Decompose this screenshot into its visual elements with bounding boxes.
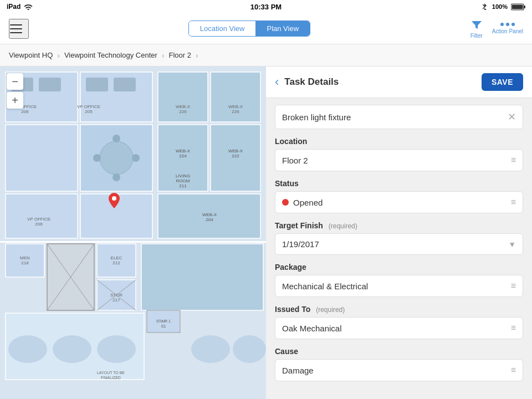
cause-label: Cause [275,347,523,356]
action-panel-button[interactable]: Action Panel [492,23,523,34]
svg-text:205: 205 [85,109,93,114]
target-finish-label: Target Finish (required) [275,221,523,230]
save-button[interactable]: SAVE [482,73,523,91]
action-panel-dots-icon [500,23,515,26]
svg-text:WEB-X: WEB-X [176,104,191,109]
package-section: Package Mechanical & Electrical ≡ [275,263,523,297]
cause-field[interactable]: Damage ≡ [275,359,523,381]
issued-to-section: Issued To (required) Oak Mechanical ≡ [275,305,523,339]
svg-text:VP OFFICE: VP OFFICE [77,104,100,109]
location-menu-icon: ≡ [511,155,516,165]
cause-value: Damage [282,366,511,375]
svg-rect-60 [141,244,263,310]
target-finish-chevron-icon: ▼ [508,240,516,249]
task-panel-header-left: ‹ Task Details [275,76,339,88]
main-content: VP OFFICE 206 VP OFFICE 205 ALEX WEB-X 2… [0,66,532,399]
package-label: Package [275,263,523,272]
svg-text:ROOM: ROOM [176,178,190,183]
view-toggle: Location View Plan View [188,21,310,37]
svg-rect-11 [114,78,136,91]
location-value: Floor 2 [282,156,511,165]
svg-text:FINALIZED: FINALIZED [101,376,121,380]
bluetooth-icon [480,3,489,10]
svg-rect-10 [86,78,108,91]
svg-point-27 [112,173,120,181]
svg-text:MEN: MEN [20,255,30,260]
issued-to-value: Oak Mechanical [282,324,511,333]
back-button[interactable]: ‹ [275,76,279,88]
target-finish-field[interactable]: 1/19/2017 ▼ [275,233,523,255]
svg-text:226: 226 [179,109,187,114]
svg-rect-1 [524,6,525,8]
breadcrumb-item-0[interactable]: Viewpoint HQ [9,51,53,59]
filter-label: Filter [470,33,483,39]
task-name-input[interactable] [282,112,508,122]
status-bar: iPad 10:33 PM 100% [0,0,532,13]
svg-text:218: 218 [21,260,29,265]
breadcrumb: Viewpoint HQ › Viewpoint Technology Cent… [0,44,532,66]
svg-rect-21 [6,125,78,191]
target-finish-required: (required) [329,222,357,230]
battery-icon [511,3,525,11]
task-panel-header: ‹ Task Details SAVE [266,66,532,98]
status-menu-icon: ≡ [511,197,516,207]
svg-text:STOR: STOR [110,293,122,298]
svg-point-25 [100,141,133,175]
zoom-minus-button[interactable]: − [7,73,23,90]
svg-text:206: 206 [35,222,43,227]
status-label: Status [275,179,523,188]
location-label: Location [275,137,523,146]
svg-text:ELEC: ELEC [111,255,122,260]
target-finish-value: 1/19/2017 [282,239,508,249]
menu-button[interactable] [9,19,29,39]
breadcrumb-chevron-0: › [57,51,60,60]
task-name-field: ✕ [275,105,523,129]
svg-rect-37 [6,194,78,238]
task-panel-body: ✕ Location Floor 2 ≡ Status Opened ≡ [266,98,532,388]
clear-task-name-button[interactable]: ✕ [508,111,516,123]
location-field[interactable]: Floor 2 ≡ [275,149,523,171]
floor-plan-svg: VP OFFICE 206 VP OFFICE 205 ALEX WEB-X 2… [0,66,266,399]
breadcrumb-item-2[interactable]: Floor 2 [169,51,191,59]
svg-text:LAYOUT TO BE: LAYOUT TO BE [97,371,125,375]
location-section: Location Floor 2 ≡ [275,137,523,171]
svg-text:212: 212 [112,260,120,265]
issued-to-field[interactable]: Oak Mechanical ≡ [275,317,523,339]
svg-text:WEB-X: WEB-X [228,104,243,109]
battery-label: 100% [492,3,508,10]
svg-text:222: 222 [232,154,239,158]
status-right: 100% [480,3,525,11]
status-section: Status Opened ≡ [275,179,523,213]
svg-text:S1: S1 [161,324,166,328]
svg-rect-9 [39,78,61,91]
package-field[interactable]: Mechanical & Electrical ≡ [275,275,523,297]
issued-to-required: (required) [316,306,345,314]
svg-text:204: 204 [206,217,213,222]
zoom-plus-button[interactable]: + [7,92,23,109]
svg-text:224: 224 [179,154,187,158]
issued-to-label: Issued To (required) [275,305,523,314]
svg-text:LIVING: LIVING [176,173,190,178]
svg-rect-45 [0,241,266,243]
svg-point-67 [97,335,136,363]
task-details-panel: ‹ Task Details SAVE ✕ Location Floor 2 ≡ [266,66,532,399]
package-value: Mechanical & Electrical [282,282,511,291]
package-menu-icon: ≡ [511,281,516,291]
breadcrumb-chevron-1: › [162,51,165,60]
status-field[interactable]: Opened ≡ [275,191,523,213]
svg-rect-2 [512,4,523,9]
svg-rect-6 [158,72,208,122]
filter-button[interactable]: Filter [470,18,483,39]
plan-view-button[interactable]: Plan View [255,21,310,36]
breadcrumb-item-1[interactable]: Viewpoint Technology Center [64,51,157,59]
svg-point-29 [132,154,140,162]
svg-rect-7 [211,72,260,122]
status-left: iPad [7,3,33,11]
task-panel-title: Task Details [284,76,339,88]
issued-to-menu-icon: ≡ [511,323,516,333]
svg-text:WEB-X: WEB-X [202,212,217,217]
location-view-button[interactable]: Location View [189,21,256,36]
ipad-label: iPad [7,3,21,11]
svg-point-65 [8,335,47,363]
cause-menu-icon: ≡ [511,365,516,375]
